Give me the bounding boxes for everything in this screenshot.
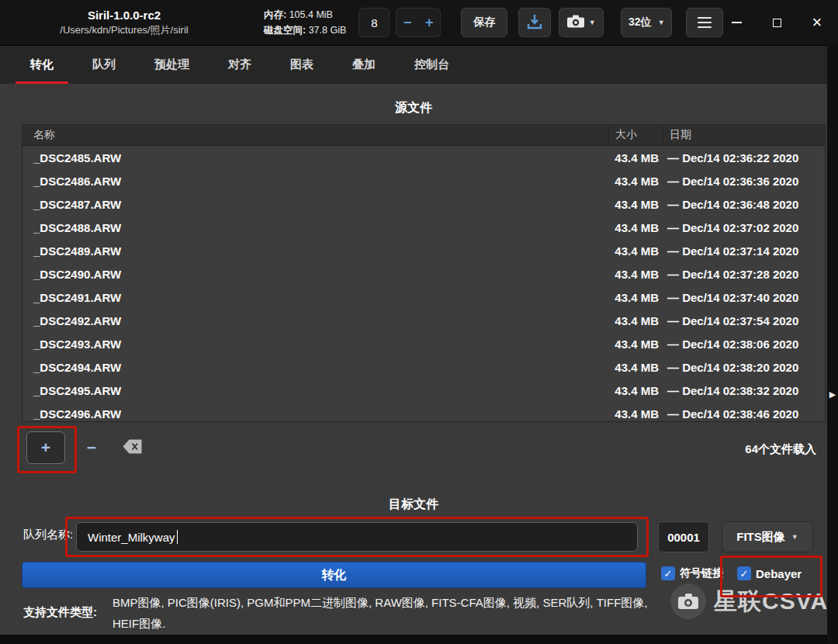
panel-expand-handle[interactable]: ▶: [827, 386, 838, 402]
file-name-cell: _DSC2493.ARW: [23, 332, 608, 355]
column-header-date[interactable]: 日期: [663, 125, 825, 145]
tab-bar: 转化 队列 预处理 对齐 图表 叠加 控制台: [0, 45, 827, 84]
file-name-cell: _DSC2496.ARW: [23, 402, 608, 422]
supported-types-line1: BMP图像, PIC图像(IRIS), PGM和PPM二进制图像, RAW图像,…: [113, 596, 647, 611]
tab-label: 转化: [30, 57, 54, 72]
file-size-cell: 43.4 MB: [608, 262, 663, 286]
file-size-cell: 43.4 MB: [608, 402, 663, 422]
tab-label: 叠加: [352, 57, 376, 72]
file-date-cell: — Dec/14 02:37:02 2020: [663, 216, 825, 239]
chevron-down-icon: ▼: [791, 533, 798, 541]
files-loaded-status: 64个文件载入: [745, 442, 816, 457]
file-size-cell: 43.4 MB: [608, 332, 663, 355]
add-files-button[interactable]: +: [26, 431, 65, 464]
maximize-button[interactable]: [770, 16, 784, 29]
column-header-name[interactable]: 名称: [23, 125, 608, 145]
start-index-field[interactable]: 00001: [658, 521, 709, 552]
system-stats: 内存: 105.4 MiB 磁盘空间: 37.8 GiB: [264, 7, 346, 38]
threads-count-field[interactable]: 8: [358, 8, 390, 37]
maximize-icon: [773, 19, 781, 27]
threads-decrease-button[interactable]: −: [396, 9, 418, 36]
clear-list-button[interactable]: [118, 435, 146, 461]
file-date-cell: — Dec/14 02:36:36 2020: [663, 169, 825, 192]
file-size-cell: 43.4 MB: [608, 379, 663, 402]
disk-stat: 磁盘空间: 37.8 GiB: [264, 23, 346, 38]
tab-console[interactable]: 控制台: [395, 46, 469, 84]
file-date-cell: — Dec/14 02:36:48 2020: [663, 192, 825, 216]
watermark-text: 星联CSVA: [714, 586, 828, 618]
tab-convert[interactable]: 转化: [11, 46, 73, 84]
file-size-cell: 43.4 MB: [608, 239, 663, 262]
titlebar: Siril-1.0.0-rc2 /Users/kdn/Pictures/照片/s…: [0, 0, 838, 45]
file-size-cell: 43.4 MB: [608, 309, 663, 332]
tab-plot[interactable]: 图表: [271, 46, 333, 84]
sequence-name-value: Winter_Milkyway: [88, 531, 175, 544]
remove-files-button[interactable]: −: [79, 436, 104, 459]
minimize-button[interactable]: [729, 16, 743, 29]
minimize-icon: [732, 22, 742, 23]
file-row[interactable]: _DSC2494.ARW 43.4 MB — Dec/14 02:38:20 2…: [23, 355, 825, 379]
watermark: 星联CSVA: [670, 583, 828, 619]
convert-button[interactable]: 转化: [22, 562, 646, 588]
app-title: Siril-1.0.0-rc2: [0, 7, 248, 24]
source-files-title: 源文件: [0, 100, 827, 116]
tab-registration[interactable]: 对齐: [209, 46, 271, 84]
file-row[interactable]: _DSC2491.ARW 43.4 MB — Dec/14 02:37:40 2…: [23, 286, 825, 309]
snapshot-menu-button[interactable]: ▼: [559, 8, 604, 37]
tab-stacking[interactable]: 叠加: [333, 46, 395, 84]
symlink-checkbox[interactable]: ✓ 符号链接: [661, 566, 723, 580]
file-row[interactable]: _DSC2493.ARW 43.4 MB — Dec/14 02:38:06 2…: [23, 332, 825, 355]
file-date-cell: — Dec/14 02:37:14 2020: [663, 239, 825, 262]
tab-label: 控制台: [414, 57, 449, 72]
supported-types-label: 支持文件类型:: [23, 605, 97, 620]
file-row[interactable]: _DSC2485.ARW 43.4 MB — Dec/14 02:36:22 2…: [23, 146, 825, 169]
file-row[interactable]: _DSC2487.ARW 43.4 MB — Dec/14 02:36:48 2…: [23, 192, 825, 216]
debayer-checkbox[interactable]: ✓ Debayer: [737, 566, 802, 580]
save-button[interactable]: 保存: [461, 8, 507, 37]
file-table: 名称 大小 日期 _DSC2485.ARW 43.4 MB — Dec/14 0…: [22, 124, 826, 422]
threads-increase-button[interactable]: +: [418, 9, 440, 36]
file-row[interactable]: _DSC2486.ARW 43.4 MB — Dec/14 02:36:36 2…: [23, 169, 825, 192]
file-name-cell: _DSC2487.ARW: [23, 192, 608, 216]
hamburger-menu-button[interactable]: [686, 8, 723, 37]
file-size-cell: 43.4 MB: [608, 146, 663, 169]
file-row[interactable]: _DSC2492.ARW 43.4 MB — Dec/14 02:37:54 2…: [23, 309, 825, 332]
close-button[interactable]: ×: [810, 16, 824, 29]
tab-label: 图表: [290, 57, 313, 72]
sequence-name-input[interactable]: Winter_Milkyway: [76, 522, 638, 552]
file-row[interactable]: _DSC2496.ARW 43.4 MB — Dec/14 02:38:46 2…: [23, 402, 825, 422]
file-row[interactable]: _DSC2490.ARW 43.4 MB — Dec/14 02:37:28 2…: [23, 262, 825, 286]
bit-depth-dropdown[interactable]: 32位 ▼: [621, 8, 672, 37]
file-date-cell: — Dec/14 02:38:46 2020: [663, 402, 825, 422]
threads-stepper: − +: [396, 8, 441, 37]
bottom-strip: [0, 635, 827, 644]
file-size-cell: 43.4 MB: [608, 286, 663, 309]
column-header-size[interactable]: 大小: [608, 125, 663, 145]
file-date-cell: — Dec/14 02:38:20 2020: [663, 355, 825, 379]
file-name-cell: _DSC2490.ARW: [23, 262, 608, 286]
hamburger-icon: [698, 17, 712, 19]
file-row[interactable]: _DSC2495.ARW 43.4 MB — Dec/14 02:38:32 2…: [23, 379, 825, 402]
titlebar-title-block: Siril-1.0.0-rc2 /Users/kdn/Pictures/照片/s…: [0, 7, 248, 39]
file-size-cell: 43.4 MB: [608, 216, 663, 239]
tab-sequence[interactable]: 队列: [73, 46, 135, 84]
save-as-button[interactable]: [518, 8, 551, 37]
save-as-icon: [527, 14, 542, 32]
camera-icon: [567, 15, 584, 30]
file-date-cell: — Dec/14 02:37:40 2020: [663, 286, 825, 309]
checkbox-checked-icon: ✓: [737, 566, 751, 580]
tab-preprocessing[interactable]: 预处理: [135, 46, 209, 84]
expand-arrow-icon: ▶: [829, 390, 836, 400]
text-cursor: [177, 530, 178, 544]
checkbox-checked-icon: ✓: [661, 566, 675, 580]
minus-icon: −: [87, 438, 96, 457]
close-icon: ×: [812, 14, 822, 31]
file-row[interactable]: _DSC2488.ARW 43.4 MB — Dec/14 02:37:02 2…: [23, 216, 825, 239]
file-date-cell: — Dec/14 02:38:32 2020: [663, 379, 825, 402]
file-name-cell: _DSC2492.ARW: [23, 309, 608, 332]
file-row[interactable]: _DSC2489.ARW 43.4 MB — Dec/14 02:37:14 2…: [23, 239, 825, 262]
file-size-cell: 43.4 MB: [608, 169, 663, 192]
file-name-cell: _DSC2489.ARW: [23, 239, 608, 262]
output-format-dropdown[interactable]: FITS图像 ▼: [722, 521, 813, 552]
file-name-cell: _DSC2494.ARW: [23, 355, 608, 379]
